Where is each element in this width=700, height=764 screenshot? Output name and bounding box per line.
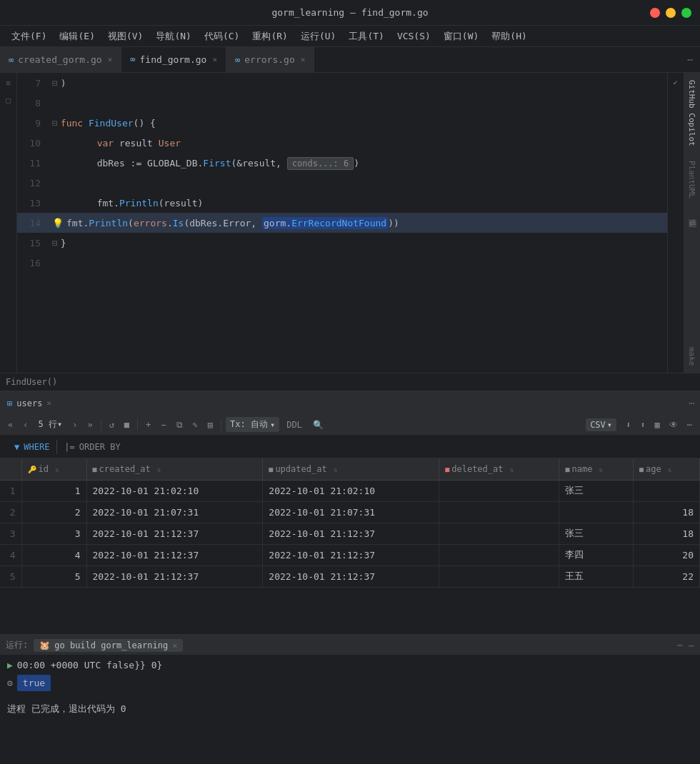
ddl-button[interactable]: DDL bbox=[282, 418, 306, 431]
menu-bar: 文件(F) 编辑(E) 视图(V) 导航(N) 代码(C) 重构(R) 运行(U… bbox=[0, 26, 700, 47]
col-header-deleted-at[interactable]: ■deleted_at ⇅ bbox=[439, 458, 559, 480]
run-more-button[interactable]: ⋯ bbox=[677, 640, 683, 650]
tx-label: Tx: 自动 bbox=[230, 418, 268, 431]
tab-find-gorm[interactable]: ∞ find_gorm.go ✕ bbox=[121, 47, 226, 72]
cell-rownum: 1 bbox=[0, 480, 21, 501]
menu-vcs[interactable]: VCS(S) bbox=[391, 28, 436, 44]
plantuml-icon[interactable]: PlantUML bbox=[687, 158, 696, 201]
col-header-age[interactable]: ■age ⇅ bbox=[634, 458, 700, 480]
view-button[interactable]: 👁 bbox=[666, 418, 681, 431]
cell-age bbox=[634, 480, 700, 501]
col-icon-deleted: ■ bbox=[445, 466, 449, 473]
menu-run[interactable]: 运行(U) bbox=[295, 27, 341, 46]
run-tab-label: go build gorm_learning bbox=[54, 640, 168, 650]
add-row-button[interactable]: + bbox=[142, 418, 154, 431]
remove-row-button[interactable]: − bbox=[157, 418, 169, 431]
editor-area: ≡ □ 7 ⊟) 8 9 ⊟func FindUser() { 10 bbox=[0, 73, 700, 373]
col-header-rownum bbox=[0, 458, 21, 480]
translate-icon[interactable]: 翻译 bbox=[686, 210, 697, 216]
tab-close-created[interactable]: ✕ bbox=[108, 55, 113, 64]
chart-button[interactable]: ▦ bbox=[651, 418, 664, 431]
col-header-name[interactable]: ■name ⇅ bbox=[559, 458, 634, 480]
close-button[interactable] bbox=[650, 8, 660, 18]
window-controls bbox=[650, 8, 691, 18]
menu-edit[interactable]: 编辑(E) bbox=[54, 27, 100, 46]
menu-help[interactable]: 帮助(H) bbox=[486, 27, 532, 46]
cell-created-at: 2022-10-01 21:02:10 bbox=[86, 480, 263, 501]
edit-row-button[interactable]: ✎ bbox=[189, 418, 201, 431]
rows-count[interactable]: 5 行▾ bbox=[34, 417, 66, 432]
tab-close-errors[interactable]: ✕ bbox=[301, 55, 306, 64]
cell-name: 张三 bbox=[559, 480, 634, 501]
gear-icon: ⚙ bbox=[7, 678, 13, 688]
nav-last-button[interactable]: » bbox=[84, 418, 96, 431]
search-db-button[interactable]: 🔍 bbox=[309, 418, 327, 431]
cell-id: 1 bbox=[21, 480, 86, 501]
menu-view[interactable]: 视图(V) bbox=[102, 27, 149, 46]
tab-created-gorm[interactable]: ∞ created_gorm.go ✕ bbox=[0, 47, 121, 72]
github-copilot-icon[interactable]: GitHub Copilot bbox=[687, 77, 696, 149]
run-collapse-button[interactable]: − bbox=[689, 640, 694, 651]
db-tab-users[interactable]: ⊞ users ✕ bbox=[0, 393, 59, 413]
db-tab-close[interactable]: ✕ bbox=[46, 398, 51, 408]
col-header-id[interactable]: 🔑id ⇅ bbox=[21, 458, 86, 480]
stop-button[interactable]: ■ bbox=[121, 418, 133, 431]
table-row[interactable]: 5 5 2022-10-01 21:12:37 2022-10-01 21:12… bbox=[0, 566, 700, 587]
tab-more-button[interactable]: ⋯ bbox=[680, 47, 700, 72]
clone-row-button[interactable]: ⧉ bbox=[173, 418, 186, 431]
make-icon[interactable]: make bbox=[687, 344, 696, 369]
col-header-created-at[interactable]: ■created_at ⇅ bbox=[86, 458, 263, 480]
table-row[interactable]: 3 3 2022-10-01 21:12:37 2022-10-01 21:12… bbox=[0, 523, 700, 544]
nav-next-button[interactable]: › bbox=[69, 418, 81, 431]
export-button[interactable]: ⬇ bbox=[622, 418, 634, 431]
menu-navigate[interactable]: 导航(N) bbox=[150, 27, 196, 46]
cell-name: 王五 bbox=[559, 566, 634, 587]
filter-row-button[interactable]: ▤ bbox=[204, 418, 216, 431]
code-line-9: 9 ⊟func FindUser() { bbox=[17, 113, 667, 133]
refresh-button[interactable]: ↺ bbox=[106, 418, 118, 431]
cell-created-at: 2022-10-01 21:12:37 bbox=[86, 566, 263, 587]
menu-tools[interactable]: 工具(T) bbox=[343, 27, 389, 46]
tab-icon-created: ∞ bbox=[9, 55, 14, 65]
run-content: ▶ 00:00 +0000 UTC false}} 0} ⚙ true 进程 已… bbox=[0, 655, 700, 764]
db-toolbar-more[interactable]: ⋯ bbox=[684, 418, 696, 431]
col-header-updated-at[interactable]: ■updated_at ⇅ bbox=[263, 458, 439, 480]
cell-id: 4 bbox=[21, 544, 86, 566]
menu-file[interactable]: 文件(F) bbox=[6, 27, 52, 46]
run-tab-icon: 🐹 bbox=[39, 640, 50, 650]
cell-deleted-at bbox=[439, 544, 559, 566]
minimize-button[interactable] bbox=[666, 8, 676, 18]
where-label: WHERE bbox=[24, 442, 49, 452]
tab-label-created: created_gorm.go bbox=[18, 54, 101, 65]
maximize-button[interactable] bbox=[681, 8, 691, 18]
tx-dropdown[interactable]: Tx: 自动 ▾ bbox=[226, 417, 279, 432]
orderby-filter[interactable]: |= ORDER BY bbox=[57, 436, 127, 458]
tab-close-find[interactable]: ✕ bbox=[212, 55, 217, 64]
menu-code[interactable]: 代码(C) bbox=[199, 27, 245, 46]
cell-age: 18 bbox=[634, 501, 700, 523]
where-filter[interactable]: ▼ WHERE bbox=[7, 436, 56, 458]
right-scrollbar[interactable]: ✓ bbox=[667, 73, 683, 373]
import-button[interactable]: ⬆ bbox=[636, 418, 649, 431]
toolbar-separator-2 bbox=[137, 419, 138, 431]
nav-first-button[interactable]: « bbox=[4, 418, 16, 431]
code-editor[interactable]: 7 ⊟) 8 9 ⊟func FindUser() { 10 var resul… bbox=[17, 73, 667, 373]
cell-created-at: 2022-10-01 21:12:37 bbox=[86, 523, 263, 544]
db-tab-more[interactable]: ⋯ bbox=[683, 398, 700, 408]
sidebar-icon-1: ≡ bbox=[1, 76, 16, 90]
table-row[interactable]: 2 2 2022-10-01 21:07:31 2022-10-01 21:07… bbox=[0, 501, 700, 523]
run-tab[interactable]: 🐹 go build gorm_learning ✕ bbox=[34, 639, 183, 652]
menu-refactor[interactable]: 重构(R) bbox=[246, 27, 293, 46]
table-row[interactable]: 4 4 2022-10-01 21:12:37 2022-10-01 21:12… bbox=[0, 544, 700, 566]
menu-window[interactable]: 窗口(W) bbox=[438, 27, 484, 46]
tab-icon-errors: ∞ bbox=[235, 55, 240, 65]
run-tab-close[interactable]: ✕ bbox=[172, 640, 177, 650]
table-row[interactable]: 1 1 2022-10-01 21:02:10 2022-10-01 21:02… bbox=[0, 480, 700, 501]
csv-dropdown[interactable]: CSV ▾ bbox=[586, 418, 616, 431]
tab-errors[interactable]: ∞ errors.go ✕ bbox=[226, 47, 314, 72]
cell-updated-at: 2022-10-01 21:02:10 bbox=[263, 480, 439, 501]
db-tab-bar: ⊞ users ✕ ⋯ bbox=[0, 393, 700, 414]
nav-prev-button[interactable]: ‹ bbox=[19, 418, 31, 431]
orderby-label: ORDER BY bbox=[79, 442, 121, 452]
cell-id: 5 bbox=[21, 566, 86, 587]
